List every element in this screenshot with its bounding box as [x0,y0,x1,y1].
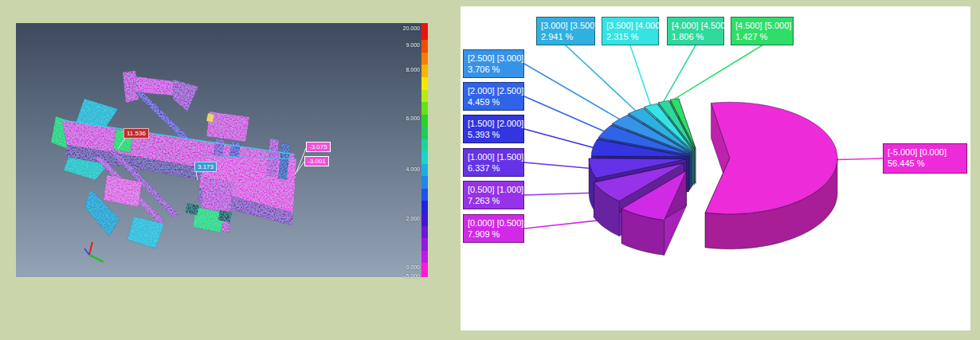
colorbar-tick-label: 20.000 [403,25,420,32]
pie-label-percent: 7.909 % [468,229,519,240]
pie-label-range: [0.500] [1.000] [468,184,519,195]
pie-label-percent: 1.806 % [672,31,719,42]
pie-label-percent: 3.706 % [468,64,519,75]
scanned-structure [51,71,296,248]
pie-slice [705,102,837,248]
leader-line [837,158,883,160]
pie-label-range: [1.500] [2.000] [468,118,519,129]
measurement-callout: 11.536 [123,128,149,139]
measurement-callout: 3.173 [194,162,217,172]
color-scale-bar [421,23,428,277]
pie-label: [0.500] [1.000]7.263 % [463,181,524,209]
axis-triad-icon [84,242,104,262]
deviation-pie-chart-image[interactable]: [-5.000] [0.000]56.445 %[0.000] [0.500]7… [461,6,970,330]
pie-label: [1.000] [1.500]6.337 % [463,148,524,177]
pie-label-percent: 1.427 % [735,31,789,42]
leader-line [524,129,593,147]
report-page: { "page": { "background": "#cbd5ab" }, "… [0,0,980,340]
colorbar-tick-label: 4.000 [406,166,420,173]
pie-label: [4.500] [5.000]1.427 % [731,17,794,45]
pie-label: [1.500] [2.000]5.393 % [463,115,524,143]
pie-label: [4.000] [4.500]1.806 % [667,17,724,45]
leader-line [524,96,604,131]
pie-label-range: [0.000] [0.500] [468,217,519,229]
colorbar-tick-label: 2.000 [406,216,420,222]
pie-label: [-5.000] [0.000]56.445 % [883,143,967,174]
deviation-viewer-image[interactable]: 11.5363.173-3.075-3.001 20.0009.0008.000… [16,23,428,277]
color-scale-ticks: 20.0009.0008.0006.0004.0002.0000.000-5.0… [385,23,420,277]
pie-label: [0.000] [0.500]7.909 % [463,214,524,243]
point-cloud-render [16,23,428,277]
pie-label: [2.000] [2.500]4.459 % [463,82,524,111]
pie-label-percent: 2.941 % [541,31,590,42]
pie-label-range: [4.500] [5.000] [735,20,789,31]
pie-label: [3.000] [3.500]2.941 % [536,17,595,45]
measurement-callout: -3.001 [304,156,329,166]
pie-label-percent: 7.263 % [468,195,519,206]
leader-line [524,162,590,169]
pie-label-range: [3.500] [4.000] [606,20,654,31]
pie-label-range: [-5.000] [0.000] [888,147,962,158]
leader-line [664,45,696,101]
measurement-callout: -3.075 [306,142,331,152]
colorbar-tick-label: 6.000 [406,115,420,122]
leader-line [630,45,651,105]
colorbar-tick-label: 0.000 [406,264,420,271]
pie-label-percent: 6.337 % [468,162,519,174]
leader-line [566,45,636,111]
pie-label-range: [2.500] [3.000] [468,53,519,64]
pie-label-percent: 5.393 % [468,129,519,140]
leader-line [674,45,762,99]
pie-label-percent: 56.445 % [888,158,962,169]
pie-label-percent: 4.459 % [468,96,519,107]
colorbar-tick-label: 9.000 [406,42,420,49]
pie-label-range: [4.000] [4.500] [672,20,719,31]
pie-label-range: [1.000] [1.500] [468,151,519,162]
pie-label-range: [3.000] [3.500] [541,20,590,31]
colorbar-tick-label: 8.000 [406,67,420,73]
pie-label: [2.500] [3.000]3.706 % [463,49,524,78]
pie-label: [3.500] [4.000]2.315 % [602,17,659,45]
colorbar-tick-label: -5.000 [404,273,420,279]
pie-label-percent: 2.315 % [606,31,654,42]
leader-line [524,64,619,119]
pie-label-range: [2.000] [2.500] [468,85,519,96]
